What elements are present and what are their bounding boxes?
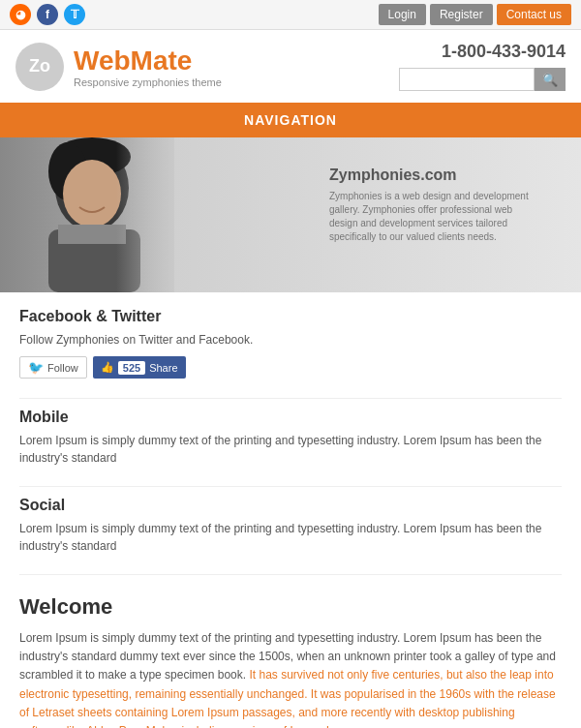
facebook-like-button[interactable]: 👍 525 Share xyxy=(93,356,186,379)
hero-gradient xyxy=(0,137,194,292)
login-button[interactable]: Login xyxy=(379,4,426,25)
welcome-link-1[interactable]: It has survived not only five centuries,… xyxy=(19,668,556,728)
section-text-mobile: Lorem Ipsum is simply dummy text of the … xyxy=(19,432,562,467)
facebook-icon[interactable]: f xyxy=(37,4,58,25)
logo-circle: Zo xyxy=(15,43,64,91)
logo-suffix: Mate xyxy=(131,46,193,76)
nav-bar[interactable]: NAVIGATION xyxy=(0,103,581,137)
register-button[interactable]: Register xyxy=(430,4,493,25)
twitter-icon[interactable]: 𝕋 xyxy=(64,4,85,25)
contact-button[interactable]: Contact us xyxy=(497,4,571,25)
social-buttons: 🐦 Follow 👍 525 Share xyxy=(19,356,562,379)
main-content: Facebook & Twitter Follow Zymphonies on … xyxy=(0,292,581,728)
logo-text: WebMate xyxy=(74,46,222,76)
header: Zo WebMate Responsive zymphonies theme 1… xyxy=(0,30,581,103)
hero-title: Zymphonies.com xyxy=(329,167,542,184)
welcome-paragraph-1: Lorem Ipsum is simply dummy text of the … xyxy=(19,629,562,728)
mobile-section: Mobile Lorem Ipsum is simply dummy text … xyxy=(19,409,562,467)
divider-1 xyxy=(19,398,562,399)
header-right: 1-800-433-9014 🔍 xyxy=(399,42,566,91)
logo-tagline: Responsive zymphonies theme xyxy=(74,76,222,88)
social-icons: ◕ f 𝕋 xyxy=(10,4,85,25)
section-title-mobile: Mobile xyxy=(19,409,562,426)
logo-area: Zo WebMate Responsive zymphonies theme xyxy=(15,43,222,91)
twitter-follow-label: Follow xyxy=(47,362,78,374)
like-icon: 👍 xyxy=(101,361,114,374)
share-label: Share xyxy=(149,362,177,374)
welcome-section: Welcome Lorem Ipsum is simply dummy text… xyxy=(19,585,562,728)
search-bar: 🔍 xyxy=(399,68,566,91)
section-title-fb-tw: Facebook & Twitter xyxy=(19,308,562,325)
divider-3 xyxy=(19,574,562,575)
divider-2 xyxy=(19,486,562,487)
top-bar-buttons: Login Register Contact us xyxy=(379,4,571,25)
search-input[interactable] xyxy=(399,68,535,91)
section-title-social: Social xyxy=(19,497,562,514)
search-button[interactable]: 🔍 xyxy=(535,68,566,91)
like-count: 525 xyxy=(118,361,145,375)
logo-prefix: Web xyxy=(74,46,131,76)
twitter-bird-icon: 🐦 xyxy=(28,360,44,375)
hero-text: Zymphonies.com Zymphonies is a web desig… xyxy=(329,167,542,244)
rss-icon[interactable]: ◕ xyxy=(10,4,31,25)
section-text-fb-tw: Follow Zymphonies on Twitter and Faceboo… xyxy=(19,331,562,349)
social-section: Social Lorem Ipsum is simply dummy text … xyxy=(19,497,562,555)
nav-label: NAVIGATION xyxy=(244,112,337,128)
welcome-title: Welcome xyxy=(19,594,562,620)
hero-description: Zymphonies is a web design and developme… xyxy=(329,190,542,244)
logo-initials: Zo xyxy=(29,56,50,76)
phone-number: 1-800-433-9014 xyxy=(399,42,566,62)
hero-banner: Zymphonies.com Zymphonies is a web desig… xyxy=(0,137,581,292)
facebook-twitter-section: Facebook & Twitter Follow Zymphonies on … xyxy=(19,308,562,379)
top-bar: ◕ f 𝕋 Login Register Contact us xyxy=(0,0,581,30)
section-text-social: Lorem Ipsum is simply dummy text of the … xyxy=(19,520,562,555)
twitter-follow-button[interactable]: 🐦 Follow xyxy=(19,356,87,379)
